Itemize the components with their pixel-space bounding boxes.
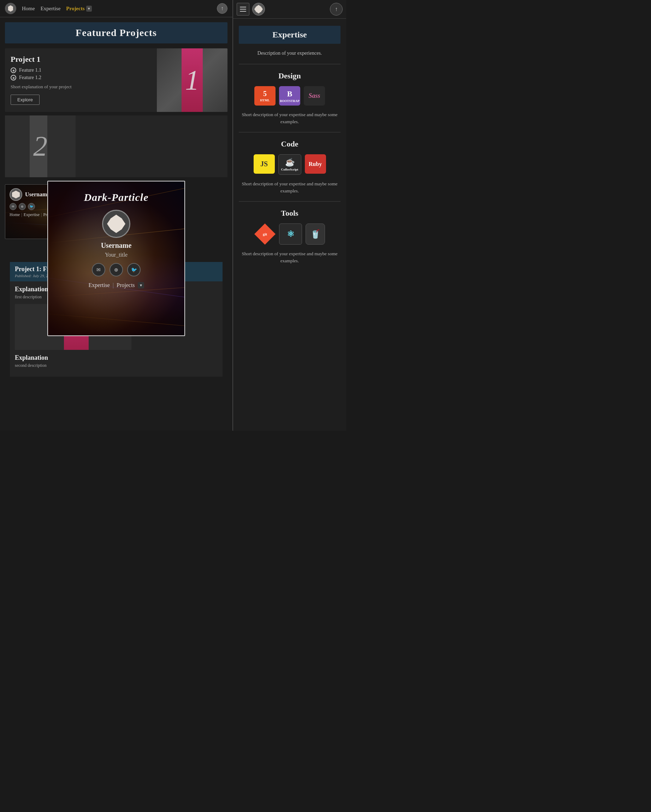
right-content: Expertise Description of your experience…	[233, 19, 346, 271]
tools-tech-icons: git ⚛ 🥤	[239, 223, 341, 245]
nav-upload-button[interactable]: ↑	[217, 3, 228, 14]
left-top-nav: Home Expertise Projects ▾ ↑	[0, 0, 232, 17]
dp-twitter-btn[interactable]: 🐦	[127, 263, 141, 276]
code-title: Code	[239, 139, 341, 149]
mini-nav-avatar[interactable]	[9, 188, 22, 201]
nav-projects-dropdown[interactable]: ▾	[86, 6, 92, 12]
divider-1	[239, 64, 341, 64]
project1-feature1: ◉ Feature 1.1	[11, 67, 151, 73]
dp-username: Username	[101, 241, 132, 250]
mini-expertise-link[interactable]: Expertise	[24, 212, 40, 217]
svg-marker-0	[8, 5, 13, 12]
explore-button[interactable]: Explore	[11, 95, 40, 105]
featured-title: Featured Projects	[12, 27, 220, 38]
mini-github-icon[interactable]: ⊕	[19, 203, 26, 210]
upload-icon: ↑	[221, 5, 224, 12]
design-tech-icons: 5 HTML B BOOTSTRAP Sass	[239, 86, 341, 105]
left-panel: Home Expertise Projects ▾ ↑ Featured Pro…	[0, 0, 233, 431]
sass-badge: Sass	[304, 86, 325, 105]
nav-home[interactable]: Home	[22, 6, 35, 12]
dark-particle-card: Dark-Particle Username Your_title ✉ ⊕ 🐦 …	[47, 181, 185, 336]
explanation2-desc: second description	[15, 363, 218, 368]
coffeescript-badge: ☕ CoffeeScript	[278, 154, 301, 175]
divider-2	[239, 132, 341, 133]
hamburger-line-3	[240, 11, 246, 12]
nav-avatar[interactable]	[5, 3, 16, 14]
dp-projects-dropdown[interactable]: ▾	[138, 282, 144, 288]
featured-banner: Featured Projects	[5, 22, 228, 43]
dp-site-name: Dark-Particle	[84, 191, 149, 203]
mini-twitter-icon[interactable]: 🐦	[28, 203, 35, 210]
project1-info: Project 1 ◉ Feature 1.1 ◉ Feature 1.2 Sh…	[5, 48, 157, 112]
expertise-desc: Description of your experiences.	[239, 49, 341, 57]
expertise-title: Expertise	[243, 30, 336, 40]
project1-card: Project 1 ◉ Feature 1.1 ◉ Feature 1.2 Sh…	[5, 48, 228, 112]
tools-title: Tools	[239, 209, 341, 218]
feature2-icon: ◉	[11, 75, 16, 81]
project2-number: 2	[33, 130, 47, 162]
hamburger-line-1	[240, 7, 246, 8]
project1-image: 1	[157, 48, 228, 112]
project2-card: 2	[5, 116, 228, 177]
dp-projects-link[interactable]: Projects	[116, 282, 135, 288]
nav-projects[interactable]: Projects	[66, 6, 84, 12]
html5-badge: 5 HTML	[254, 86, 275, 105]
dp-email-btn[interactable]: ✉	[92, 263, 105, 276]
right-panel: ↑ Expertise Description of your experien…	[233, 0, 346, 431]
explanation2-title: Explanation	[15, 354, 218, 362]
project1-title: Project 1	[11, 55, 151, 64]
dp-nav-row: Expertise | Projects ▾	[88, 282, 144, 288]
right-nav-avatar[interactable]	[252, 3, 265, 15]
design-title: Design	[239, 71, 341, 81]
right-upload-button[interactable]: ↑	[330, 3, 342, 15]
nav-expertise[interactable]: Expertise	[41, 6, 61, 12]
js-badge: JS	[254, 154, 275, 174]
project1-number: 1	[185, 64, 199, 96]
nav-projects-wrapper: Projects ▾	[66, 6, 92, 12]
project1-desc: Short explanation of your project	[11, 84, 151, 90]
bottom-section: Username ✉ ⊕ 🐦 Home | Expertise | Projec…	[0, 181, 232, 350]
project1-feature2: ◉ Feature 1.2	[11, 75, 151, 81]
dp-content: Dark-Particle Username Your_title ✉ ⊕ 🐦 …	[48, 182, 184, 297]
atom-badge: ⚛	[279, 223, 302, 245]
mini-nav-username: Username	[25, 191, 49, 198]
hamburger-line-2	[240, 9, 246, 9]
hamburger-button[interactable]	[237, 3, 249, 15]
right-top-nav: ↑	[233, 0, 346, 19]
dp-social-row: ✉ ⊕ 🐦	[92, 263, 141, 276]
expertise-banner: Expertise	[239, 26, 341, 44]
feature1-icon: ◉	[11, 67, 16, 73]
mini-home-link[interactable]: Home	[9, 212, 20, 217]
tools-desc: Short description of your expertise and …	[239, 250, 341, 264]
gulp-badge: 🥤	[306, 223, 325, 245]
code-tech-icons: JS ☕ CoffeeScript Ruby	[239, 154, 341, 175]
project2-image: 2	[5, 116, 76, 177]
mini-email-icon[interactable]: ✉	[9, 203, 17, 210]
git-badge: git	[254, 223, 275, 245]
divider-3	[239, 201, 341, 201]
code-desc: Short description of your expertise and …	[239, 180, 341, 194]
dp-avatar	[102, 210, 130, 238]
dp-user-title: Your_title	[105, 252, 127, 258]
dp-expertise-link[interactable]: Expertise	[88, 282, 110, 288]
bootstrap-badge: B BOOTSTRAP	[279, 86, 300, 105]
right-avatar-shape	[254, 5, 263, 14]
dp-github-btn[interactable]: ⊕	[110, 263, 123, 276]
design-desc: Short description of your expertise and …	[239, 111, 341, 125]
right-upload-icon: ↑	[335, 6, 338, 12]
ruby-badge: Ruby	[305, 154, 326, 174]
